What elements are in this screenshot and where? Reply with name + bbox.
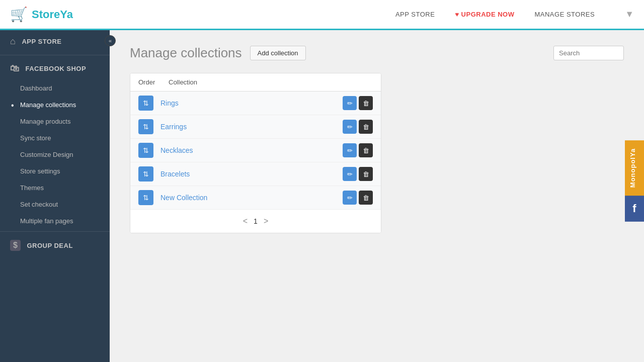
collection-name-link[interactable]: Bracelets <box>160 170 343 178</box>
sidebar-item-manage-products[interactable]: Manage products <box>0 113 110 130</box>
dropdown-chevron-icon[interactable]: ▼ <box>625 9 634 20</box>
nav-upgrade[interactable]: ♥ UPGRADE NOW <box>455 11 514 18</box>
drag-handle-icon[interactable]: ⇅ <box>138 119 153 134</box>
table-row: ⇅ New Collection ✏ 🗑 <box>130 186 381 209</box>
edit-collection-button[interactable]: ✏ <box>343 143 357 157</box>
main-layout: « ⌂ APP STORE 🛍 FACEBOOK SHOP Dashboard … <box>0 30 644 362</box>
row-actions: ✏ 🗑 <box>343 191 373 205</box>
top-navbar: 🛒 StoreYa APP STORE ♥ UPGRADE NOW MANAGE… <box>0 0 644 30</box>
collection-name-link[interactable]: Earrings <box>160 123 343 131</box>
collection-name-link[interactable]: New Collection <box>160 194 343 202</box>
add-collection-button[interactable]: Add collection <box>250 46 306 60</box>
cart-icon: 🛒 <box>10 6 28 23</box>
table-row: ⇅ Earrings ✏ 🗑 <box>130 115 381 139</box>
pagination: < 1 > <box>130 209 381 233</box>
sidebar-collapse-button[interactable]: « <box>105 35 116 46</box>
table-row: ⇅ Bracelets ✏ 🗑 <box>130 162 381 186</box>
facebook-widget[interactable]: f <box>625 196 644 222</box>
prev-page-button[interactable]: < <box>243 217 248 226</box>
sidebar-item-sync-store[interactable]: Sync store <box>0 130 110 146</box>
edit-collection-button[interactable]: ✏ <box>343 167 357 181</box>
edit-collection-button[interactable]: ✏ <box>343 191 357 205</box>
row-actions: ✏ 🗑 <box>343 143 373 157</box>
edit-collection-button[interactable]: ✏ <box>343 96 357 110</box>
table-row: ⇅ Rings ✏ 🗑 <box>130 92 381 115</box>
collection-name-link[interactable]: Necklaces <box>160 146 343 154</box>
drag-handle-icon[interactable]: ⇅ <box>138 166 153 182</box>
page-header: Manage collections Add collection <box>130 45 624 61</box>
edit-collection-button[interactable]: ✏ <box>343 120 357 134</box>
main-content: Manage collections Add collection Order … <box>110 30 644 362</box>
heart-icon: ♥ <box>455 11 459 18</box>
sidebar-item-app-store[interactable]: ⌂ APP STORE <box>0 30 110 53</box>
nav-manage-stores[interactable]: MANAGE STORES <box>534 11 595 18</box>
table-row: ⇅ Necklaces ✏ 🗑 <box>130 139 381 162</box>
sidebar-item-manage-collections[interactable]: Manage collections <box>0 97 110 113</box>
sidebar-item-themes[interactable]: Themes <box>0 179 110 196</box>
page-title: Manage collections <box>130 45 242 61</box>
sidebar-item-facebook-shop[interactable]: 🛍 FACEBOOK SHOP <box>0 57 110 80</box>
sidebar-item-dashboard[interactable]: Dashboard <box>0 80 110 97</box>
nav-app-store[interactable]: APP STORE <box>395 11 435 18</box>
group-deal-icon: $ <box>10 240 21 251</box>
row-actions: ✏ 🗑 <box>343 96 373 110</box>
sidebar-item-group-deal[interactable]: $ GROUP DEAL <box>0 234 110 257</box>
delete-collection-button[interactable]: 🗑 <box>359 143 373 157</box>
row-actions: ✏ 🗑 <box>343 167 373 181</box>
delete-collection-button[interactable]: 🗑 <box>359 191 373 205</box>
collection-name-link[interactable]: Rings <box>160 99 343 107</box>
sidebar-item-multiple-fan-pages[interactable]: Multiple fan pages <box>0 213 110 229</box>
sidebar-item-store-settings[interactable]: Store settings <box>0 163 110 179</box>
sidebar-item-customize-design[interactable]: Customize Design <box>0 146 110 163</box>
logo-text: StoreYa <box>32 8 73 21</box>
col-order-header: Order <box>138 78 169 86</box>
drag-handle-icon[interactable]: ⇅ <box>138 96 153 111</box>
search-input[interactable] <box>553 46 624 60</box>
current-page: 1 <box>254 217 258 225</box>
delete-collection-button[interactable]: 🗑 <box>359 96 373 110</box>
shop-icon: 🛍 <box>10 63 20 74</box>
delete-collection-button[interactable]: 🗑 <box>359 167 373 181</box>
row-actions: ✏ 🗑 <box>343 120 373 134</box>
table-body: ⇅ Rings ✏ 🗑 ⇅ Earrings ✏ 🗑 ⇅ Necklaces ✏… <box>130 92 381 209</box>
next-page-button[interactable]: > <box>264 217 268 226</box>
logo-area: 🛒 StoreYa <box>10 6 395 23</box>
home-icon: ⌂ <box>10 36 16 47</box>
drag-handle-icon[interactable]: ⇅ <box>138 190 153 205</box>
drag-handle-icon[interactable]: ⇅ <box>138 143 153 158</box>
nav-links: APP STORE ♥ UPGRADE NOW MANAGE STORES ▼ <box>395 9 634 20</box>
col-collection-header: Collection <box>169 78 373 86</box>
sidebar: « ⌂ APP STORE 🛍 FACEBOOK SHOP Dashboard … <box>0 30 110 362</box>
table-header: Order Collection <box>130 73 381 92</box>
sidebar-item-set-checkout[interactable]: Set checkout <box>0 196 110 213</box>
side-widgets: MonopolYa f <box>625 140 644 222</box>
delete-collection-button[interactable]: 🗑 <box>359 120 373 134</box>
monopolya-widget[interactable]: MonopolYa <box>625 140 644 196</box>
collections-table: Order Collection ⇅ Rings ✏ 🗑 ⇅ Earrings … <box>130 73 381 233</box>
